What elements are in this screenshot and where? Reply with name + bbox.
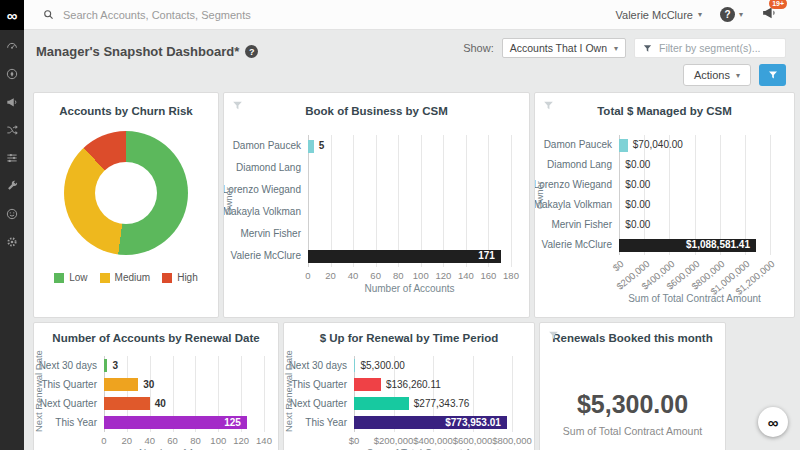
legend-item[interactable]: High	[162, 272, 198, 283]
plot-area: Damon Paucek$70,040.00Diamond Lang$0.00L…	[619, 135, 770, 255]
x-axis-label: Number of Accounts	[308, 283, 511, 294]
brand-fab-infinity[interactable]: ∞	[758, 407, 788, 437]
plot-area: Next 30 days$5,300.00This Quarter$136,26…	[354, 356, 512, 432]
category-label: Damon Paucek	[544, 135, 612, 155]
segment-filter-input[interactable]	[659, 42, 778, 54]
category-label: Next Quarter	[290, 394, 347, 413]
axis-tick: 140	[458, 270, 474, 281]
category-label: Next 30 days	[289, 356, 347, 375]
chart-body: Damon Paucek5Diamond LangLorenzo Wiegand…	[224, 135, 529, 294]
axis-tick: $400,000	[413, 435, 453, 446]
axis-tick: 80	[393, 270, 404, 281]
bar[interactable]	[308, 250, 501, 263]
bar-value-label: 30	[143, 375, 154, 394]
segment-filter	[634, 38, 786, 58]
plot-area: Next 30 days3This Quarter30Next Quarter4…	[104, 356, 264, 432]
bar[interactable]	[308, 140, 314, 153]
legend-label: Low	[69, 272, 87, 283]
app-root: ∞	[0, 0, 800, 450]
bar-value-label: $0.00	[625, 155, 650, 175]
help-icon: ?	[720, 7, 735, 22]
actions-button[interactable]: Actions ▾	[683, 64, 751, 86]
search-input[interactable]	[63, 9, 323, 21]
funnel-icon	[642, 43, 653, 54]
announcements-megaphone-icon[interactable]	[0, 94, 24, 109]
card-total-managed-by-csm: Total $ Managed by CSMDamon Paucek$70,04…	[534, 92, 795, 318]
legend-item[interactable]: Low	[54, 272, 87, 283]
feedback-smiley-icon[interactable]	[0, 206, 24, 221]
search-icon	[42, 8, 55, 21]
bar-row: Diamond Lang	[308, 157, 511, 179]
bar-value-label: 171	[478, 245, 495, 267]
gridline	[511, 135, 512, 267]
chart-title: Accounts by Churn Risk	[34, 93, 218, 117]
bar[interactable]	[354, 359, 355, 372]
compass-icon[interactable]	[0, 66, 24, 81]
app-logo[interactable]: ∞	[0, 0, 24, 30]
category-label: Valerie McClure	[542, 235, 612, 255]
bar-row: This Quarter$136,260.11	[354, 375, 512, 394]
axis-tick: 180	[503, 270, 519, 281]
bar-row: Mervin Fisher$0.00	[619, 215, 770, 235]
y-axis-label: Owner	[223, 135, 236, 267]
bar-row: Lorenzo Wiegand	[308, 179, 511, 201]
bar-row: Makayla Volkman	[308, 201, 511, 223]
card-filter-icon[interactable]	[542, 99, 555, 112]
bar-value-label: $277,343.76	[414, 394, 470, 413]
donut-hole	[95, 162, 157, 224]
category-label: Mervin Fisher	[551, 215, 612, 235]
bar[interactable]	[104, 378, 138, 391]
bar-row: Lorenzo Wiegand$0.00	[619, 175, 770, 195]
axis-tick: 120	[233, 435, 249, 446]
bar[interactable]	[619, 139, 628, 152]
bar-row: Valerie McClure$1,088,581.41	[619, 235, 770, 255]
chevron-down-icon: ▾	[614, 44, 618, 53]
page-help-icon[interactable]: ?	[245, 45, 258, 58]
sidebar: ∞	[0, 0, 24, 450]
bar-value-label: 3	[112, 356, 118, 375]
legend-swatch	[162, 273, 172, 283]
bar[interactable]	[354, 397, 409, 410]
admin-wrench-icon[interactable]	[0, 178, 24, 193]
legend-item[interactable]: Medium	[100, 272, 151, 283]
show-label: Show:	[463, 42, 494, 54]
bar-value-label: $0.00	[625, 215, 650, 235]
dashboard-gauge-icon[interactable]	[0, 38, 24, 53]
bar-row: This Year125	[104, 413, 264, 432]
axis-tick: 140	[256, 435, 272, 446]
shuffle-icon[interactable]	[0, 122, 24, 137]
bar-row: Mervin Fisher	[308, 223, 511, 245]
axis-tick: 20	[325, 270, 336, 281]
bar-value-label: $773,953.01	[445, 413, 501, 432]
notifications-button[interactable]: 19+	[761, 4, 778, 25]
chart-title: Book of Business by CSM	[224, 93, 529, 117]
filters-sliders-icon[interactable]	[0, 150, 24, 165]
bar-value-label: $0.00	[625, 195, 650, 215]
axis-tick: $800,000	[492, 435, 532, 446]
gridline	[770, 135, 771, 255]
x-axis-ticks: $0$200,000$400,000$600,000$800,000$1,000…	[619, 255, 770, 291]
category-label: Next 30 days	[39, 356, 97, 375]
category-label: Diamond Lang	[236, 157, 301, 179]
axis-tick: 100	[210, 435, 226, 446]
legend-label: High	[177, 272, 198, 283]
user-menu[interactable]: Valerie McClure ▾	[616, 9, 702, 21]
donut[interactable]	[64, 131, 188, 255]
settings-gear-icon[interactable]	[0, 234, 24, 249]
global-filter-button[interactable]	[759, 64, 786, 86]
card-filter-icon[interactable]	[547, 329, 560, 342]
category-label: Next Quarter	[40, 394, 97, 413]
user-name: Valerie McClure	[616, 9, 693, 21]
category-label: Damon Paucek	[233, 135, 301, 157]
chart-body: Next 30 days3This Quarter30Next Quarter4…	[34, 356, 278, 450]
bar[interactable]	[104, 359, 107, 372]
show-dropdown[interactable]: Accounts That I Own ▾	[502, 38, 626, 58]
chevron-down-icon: ▾	[736, 71, 740, 80]
category-label: Diamond Lang	[547, 155, 612, 175]
bar[interactable]	[354, 378, 381, 391]
card-filter-icon[interactable]	[231, 99, 244, 112]
y-axis-label: Owner	[534, 135, 547, 255]
bar-value-label: $1,088,581.41	[686, 235, 750, 255]
help-menu[interactable]: ? ▾	[720, 7, 743, 22]
bar[interactable]	[104, 397, 150, 410]
